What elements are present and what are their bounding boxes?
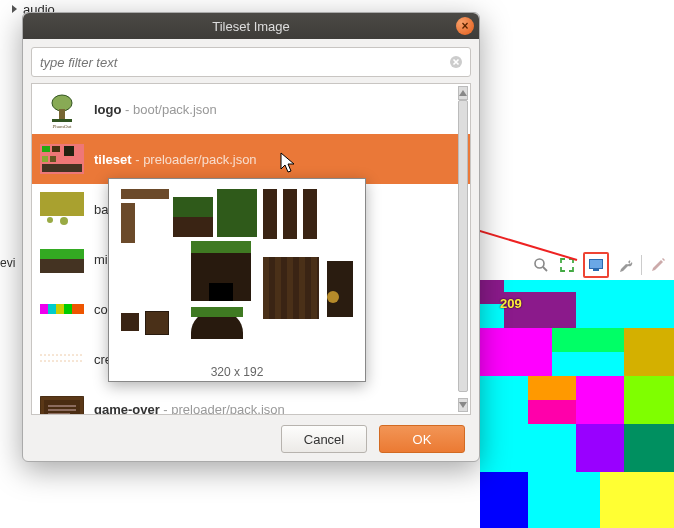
svg-point-19 <box>47 217 53 223</box>
clear-icon[interactable] <box>448 54 464 70</box>
list-item[interactable]: PhamOut logo - boot/pack.json <box>32 84 470 134</box>
asset-path: preloader/pack.json <box>143 152 256 167</box>
svg-rect-17 <box>40 192 84 216</box>
tilemap-canvas[interactable] <box>480 280 674 528</box>
list-item[interactable]: tileset - preloader/pack.json <box>32 134 470 184</box>
svg-rect-12 <box>52 146 60 152</box>
display-icon[interactable] <box>583 252 609 278</box>
asset-path: boot/pack.json <box>133 102 217 117</box>
cancel-button[interactable]: Cancel <box>281 425 367 453</box>
svg-rect-3 <box>593 269 599 271</box>
dialog-title: Tileset Image <box>212 19 290 34</box>
svg-rect-23 <box>40 259 84 273</box>
asset-thumb <box>40 339 84 379</box>
asset-name: game-over <box>94 402 160 416</box>
expander-icon[interactable] <box>12 5 17 13</box>
scroll-track[interactable] <box>458 100 468 398</box>
close-icon[interactable]: × <box>456 17 474 35</box>
svg-rect-7 <box>59 109 65 119</box>
svg-rect-15 <box>50 156 56 162</box>
asset-name: mi <box>94 252 108 267</box>
asset-preview-popup: 320 x 192 <box>108 178 366 382</box>
svg-rect-8 <box>52 119 72 122</box>
svg-rect-27 <box>64 304 72 314</box>
mouse-cursor-icon <box>280 152 298 174</box>
wrench-icon[interactable] <box>615 255 635 275</box>
svg-point-6 <box>52 95 72 111</box>
preview-image <box>113 183 361 359</box>
svg-text:PhamOut: PhamOut <box>53 124 73 129</box>
svg-line-1 <box>543 267 547 271</box>
svg-rect-13 <box>64 146 74 156</box>
scroll-thumb[interactable] <box>458 100 468 392</box>
filter-field[interactable] <box>31 47 471 77</box>
asset-path: preloader/pack.json <box>171 402 284 416</box>
asset-thumb: PhamOut <box>40 89 84 129</box>
svg-rect-16 <box>42 164 82 172</box>
asset-thumb <box>40 189 84 229</box>
asset-name: co <box>94 302 108 317</box>
asset-thumb <box>40 239 84 279</box>
scroll-up-icon[interactable] <box>458 86 468 100</box>
tile-index-label: 209 <box>500 296 522 311</box>
list-scrollbar[interactable] <box>458 86 468 412</box>
toolbar-divider <box>641 255 642 275</box>
asset-name: tileset <box>94 152 132 167</box>
zoom-icon[interactable] <box>531 255 551 275</box>
preview-dimensions: 320 x 192 <box>109 365 365 379</box>
asset-name: logo <box>94 102 121 117</box>
asset-name: ba <box>94 202 108 217</box>
svg-rect-29 <box>40 351 84 367</box>
svg-point-0 <box>535 259 544 268</box>
svg-rect-33 <box>44 400 80 415</box>
svg-point-20 <box>60 217 68 225</box>
svg-rect-2 <box>590 260 603 269</box>
svg-rect-28 <box>72 304 84 314</box>
panel-tab-truncated: evi <box>0 256 15 270</box>
editor-toolbar <box>531 252 668 278</box>
svg-rect-11 <box>42 146 50 152</box>
fit-icon[interactable] <box>557 255 577 275</box>
ok-button[interactable]: OK <box>379 425 465 453</box>
svg-rect-25 <box>48 304 56 314</box>
pencil-icon[interactable] <box>648 255 668 275</box>
asset-thumb <box>40 389 84 415</box>
svg-rect-26 <box>56 304 64 314</box>
svg-rect-14 <box>42 156 48 162</box>
dialog-titlebar[interactable]: Tileset Image × <box>23 13 479 39</box>
scroll-down-icon[interactable] <box>458 398 468 412</box>
svg-rect-22 <box>40 249 84 259</box>
list-item[interactable]: game-over - preloader/pack.json <box>32 384 470 415</box>
filter-input[interactable] <box>38 54 448 71</box>
asset-thumb <box>40 139 84 179</box>
asset-thumb <box>40 289 84 329</box>
svg-rect-24 <box>40 304 48 314</box>
dialog-buttons: Cancel OK <box>281 425 465 453</box>
